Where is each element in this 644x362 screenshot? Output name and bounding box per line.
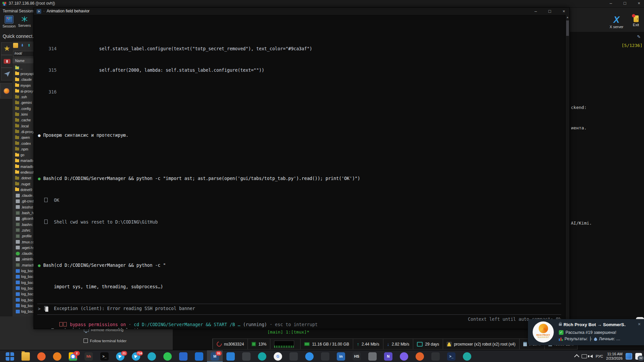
taskbar-app-icon[interactable]: in [333, 350, 349, 362]
file-row[interactable]: .gitconfig [12, 216, 34, 222]
speaker-icon[interactable] [590, 355, 593, 358]
taskbar-app-icon[interactable] [2, 350, 18, 362]
taskbar-app-icon[interactable] [238, 350, 254, 362]
sftp-tab[interactable] [0, 83, 12, 99]
file-row[interactable]: log_backu [12, 268, 34, 274]
session-button[interactable]: Session [1, 15, 17, 28]
follow-terminal-folder-checkbox[interactable]: Follow terminal folder [84, 339, 126, 343]
maximize-button[interactable]: □ [620, 1, 630, 6]
file-row[interactable]: proxyapi [12, 71, 34, 76]
taskbar-app-icon[interactable] [144, 350, 160, 362]
taskbar-app-icon[interactable] [18, 350, 34, 362]
quick-connect-input[interactable]: Quick connect. [3, 34, 34, 39]
taskbar-app-icon[interactable]: 716 [128, 350, 144, 362]
file-row[interactable]: .qwen [12, 135, 34, 140]
taskbar-app-icon[interactable]: 2 [65, 350, 81, 362]
file-row[interactable]: .kimi [12, 111, 34, 117]
file-row[interactable]: .profile [12, 233, 34, 239]
taskbar-app-icon[interactable] [160, 350, 175, 362]
terminal-scrollbar[interactable]: ▲ [565, 15, 570, 329]
menu-terminal[interactable]: Terminal [3, 9, 18, 13]
file-row[interactable]: log_backu [12, 297, 34, 303]
file-row[interactable]: .bash_his [12, 210, 34, 216]
toast-close-icon[interactable]: × [638, 321, 641, 327]
file-row[interactable]: ai-proxy~ [12, 88, 34, 94]
file-row[interactable]: .config [12, 106, 34, 111]
taskbar-app-icon[interactable] [317, 350, 333, 362]
file-row[interactable]: .npm [12, 146, 34, 152]
close-button[interactable]: × [634, 1, 644, 6]
upload-icon[interactable]: ⬆ [26, 43, 32, 48]
file-row[interactable]: .gemini [12, 100, 34, 106]
file-row[interactable]: .di-proxy [12, 129, 34, 134]
file-row[interactable]: dotnet9 [12, 187, 34, 192]
file-row[interactable]: go [12, 152, 34, 158]
terminal-minimize-button[interactable]: – [531, 9, 541, 14]
file-row[interactable]: mariadb-i [12, 158, 34, 164]
path-input[interactable]: /root/ [13, 51, 34, 57]
taskbar-app-icon[interactable] [34, 350, 49, 362]
language-indicator[interactable]: РУС [596, 354, 603, 358]
t-tools-tab[interactable] [1, 55, 13, 68]
file-row[interactable]: log_backu [12, 291, 34, 297]
file-row[interactable]: .lesshst [12, 204, 34, 210]
file-row[interactable]: endlessh [12, 169, 34, 175]
taskbar-app-icon[interactable] [254, 350, 270, 362]
taskbar-app-icon[interactable]: hh [81, 350, 97, 362]
file-row[interactable]: .. [12, 65, 34, 71]
file-row[interactable]: .dotnet [12, 175, 34, 181]
taskbar-app-icon[interactable]: >_ [443, 350, 459, 362]
tray-expand-chevron-icon[interactable] [574, 354, 580, 360]
xserver-button[interactable]: X X server [607, 15, 626, 29]
favorites-tab[interactable]: ★ [1, 42, 13, 55]
file-row[interactable]: .ssh [12, 94, 34, 100]
servers-button[interactable]: Servers [17, 15, 32, 27]
taskbar-app-icon[interactable]: HS [349, 350, 365, 362]
menu-sessions[interactable]: Sessions [19, 9, 35, 13]
terminal-close-button[interactable]: × [559, 9, 569, 14]
file-row[interactable]: .claude.js [12, 251, 34, 256]
file-row[interactable]: .claude.js [12, 193, 34, 198]
taskbar-app-icon[interactable]: >_ [97, 350, 112, 362]
taskbar-app-icon[interactable] [175, 350, 191, 362]
file-row[interactable]: mariadb-c [12, 164, 34, 169]
folder-up-icon[interactable] [13, 43, 18, 48]
file-row[interactable]: .tmux.con [12, 239, 34, 245]
file-row[interactable]: .local [12, 123, 34, 129]
taskbar-app-icon[interactable]: 21 [112, 350, 128, 362]
clock[interactable]: 11:16 AM 2/23/2026 [606, 352, 623, 361]
file-row[interactable]: myvpn [12, 82, 34, 88]
file-row[interactable]: log_backu [12, 303, 34, 308]
exit-button[interactable]: Exit [629, 15, 643, 27]
terminal-scroll-thumb[interactable] [566, 20, 569, 36]
file-row[interactable]: .codex [12, 140, 34, 146]
taskbar-app-icon[interactable] [396, 350, 412, 362]
file-row[interactable]: log_backu [12, 285, 34, 291]
file-row[interactable]: .bashrc [12, 222, 34, 227]
taskbar-app-icon[interactable] [459, 350, 475, 362]
taskbar-app-icon[interactable] [286, 350, 302, 362]
taskbar-app-icon[interactable]: N [380, 350, 396, 362]
pencil-icon[interactable]: ✎ [637, 34, 641, 39]
file-row[interactable]: .zshrc [12, 227, 34, 233]
taskbar-app-icon[interactable]: M 31 [207, 350, 223, 362]
file-row[interactable]: .git-cred [12, 198, 34, 204]
taskbar-app-icon[interactable] [412, 350, 428, 362]
quick-settings-icon[interactable] [626, 353, 632, 360]
telegram-notification-toast[interactable]: RICH PROXY TELEGRAM-BOT Rich Proxy Bot →… [528, 319, 644, 345]
terminal-input-box[interactable]: > [37, 304, 561, 315]
taskbar-app-icon[interactable] [302, 350, 317, 362]
file-row[interactable]: .viminfo [12, 256, 34, 262]
file-row[interactable]: log_backu [12, 280, 34, 285]
taskbar-app-icon[interactable] [49, 350, 65, 362]
file-row[interactable]: .cache [12, 117, 34, 123]
network-icon[interactable] [582, 354, 587, 358]
taskbar-app-icon[interactable] [223, 350, 238, 362]
minimize-button[interactable]: – [606, 1, 616, 6]
file-row[interactable]: .nuget [12, 181, 34, 187]
file-row[interactable]: .claude [12, 77, 34, 82]
plane-tab[interactable] [1, 68, 13, 80]
download-icon[interactable]: ⬇ [20, 43, 25, 48]
checkbox-icon[interactable] [84, 339, 88, 343]
file-row[interactable]: log_backu [12, 274, 34, 280]
